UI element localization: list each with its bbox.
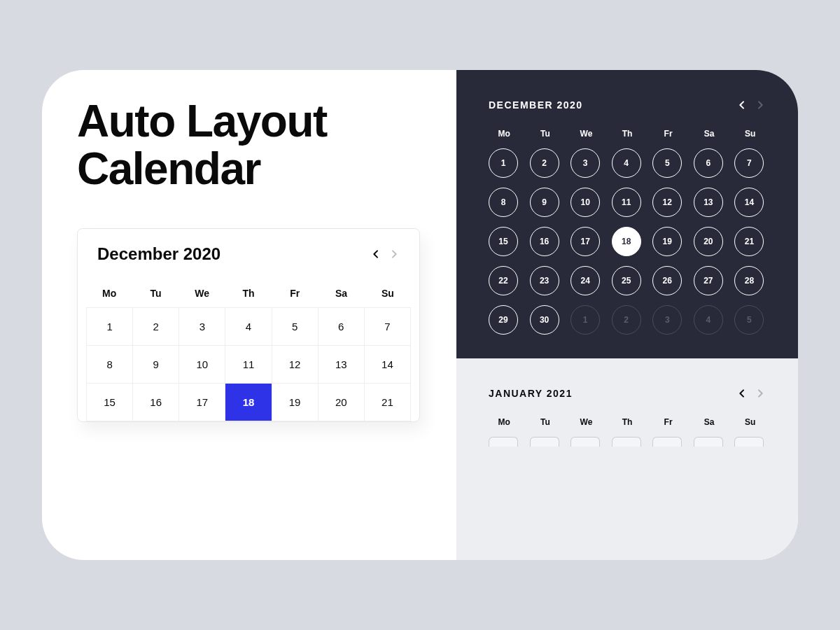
calendar-day[interactable]: 15 bbox=[87, 384, 133, 421]
dow-label: Sa bbox=[694, 417, 725, 427]
calendar-day[interactable]: 20 bbox=[318, 384, 365, 421]
dow-label: Mo bbox=[489, 129, 520, 139]
calendar-day[interactable]: 18 bbox=[225, 384, 272, 421]
dow-label: Fr bbox=[652, 129, 684, 139]
calendar-day[interactable]: 4 bbox=[225, 308, 272, 346]
calendar-day[interactable]: 1 bbox=[87, 308, 133, 346]
calendar-day-other-month[interactable]: 5 bbox=[734, 305, 764, 335]
chevron-right-icon bbox=[755, 99, 766, 111]
calendar-day-other-month[interactable]: 4 bbox=[694, 305, 723, 335]
dow-label: Sa bbox=[318, 288, 364, 299]
calendar-day[interactable]: 3 bbox=[179, 308, 225, 346]
calendar-day[interactable]: 22 bbox=[489, 266, 518, 295]
chevron-left-icon[interactable] bbox=[370, 248, 382, 260]
calendar-day[interactable] bbox=[734, 437, 764, 447]
calendar-day[interactable]: 21 bbox=[734, 227, 764, 256]
calendar-light: December 2020 MoTuWeThFrSaSu 12345678910… bbox=[77, 228, 420, 422]
calendar-light-title: December 2020 bbox=[97, 244, 220, 264]
calendar-dark-nav bbox=[736, 99, 766, 111]
calendar-day[interactable]: 5 bbox=[652, 148, 682, 178]
calendar-day[interactable]: 10 bbox=[570, 188, 600, 217]
calendar-day[interactable]: 2 bbox=[530, 148, 559, 178]
calendar-dark-dow-row: MoTuWeThFrSaSu bbox=[489, 129, 766, 139]
chevron-left-icon[interactable] bbox=[736, 388, 748, 399]
calendar-light-nav bbox=[370, 248, 400, 260]
dow-label: Su bbox=[734, 129, 766, 139]
calendar-day[interactable]: 16 bbox=[530, 227, 559, 256]
calendar-day[interactable]: 23 bbox=[530, 266, 559, 295]
dow-label: Mo bbox=[489, 417, 520, 427]
calendar-day[interactable]: 2 bbox=[133, 308, 179, 346]
calendar-day[interactable] bbox=[530, 437, 559, 447]
calendar-day[interactable]: 4 bbox=[612, 148, 641, 178]
calendar-day[interactable] bbox=[652, 437, 682, 447]
calendar-day[interactable] bbox=[489, 437, 518, 447]
calendar-day[interactable] bbox=[694, 437, 723, 447]
calendar-day[interactable]: 16 bbox=[133, 384, 179, 421]
calendar-day[interactable]: 15 bbox=[489, 227, 518, 256]
calendar-day[interactable]: 14 bbox=[734, 188, 764, 217]
dow-label: We bbox=[570, 129, 602, 139]
calendar-day[interactable]: 14 bbox=[365, 346, 411, 384]
dow-label: We bbox=[570, 417, 602, 427]
calendar-day[interactable]: 10 bbox=[179, 346, 225, 384]
right-column: DECEMBER 2020 MoTuWeThFrSaSu 12345678910… bbox=[456, 70, 798, 560]
calendar-dark: DECEMBER 2020 MoTuWeThFrSaSu 12345678910… bbox=[456, 70, 798, 358]
calendar-day[interactable]: 11 bbox=[225, 346, 272, 384]
dow-label: Su bbox=[734, 417, 766, 427]
calendar-day[interactable]: 8 bbox=[489, 188, 518, 217]
calendar-day[interactable]: 20 bbox=[694, 227, 723, 256]
calendar-day[interactable]: 27 bbox=[694, 266, 723, 295]
calendar-day[interactable]: 9 bbox=[133, 346, 179, 384]
dow-label: Mo bbox=[86, 288, 132, 299]
dow-label: Sa bbox=[694, 129, 725, 139]
page-title: Auto LayoutCalendar bbox=[77, 98, 435, 193]
dow-label: Th bbox=[612, 417, 643, 427]
calendar-day[interactable]: 21 bbox=[365, 384, 411, 421]
calendar-day[interactable]: 28 bbox=[734, 266, 764, 295]
calendar-day[interactable]: 29 bbox=[489, 305, 518, 335]
calendar-day[interactable]: 17 bbox=[179, 384, 225, 421]
calendar-light-header: December 2020 bbox=[78, 229, 419, 276]
calendar-day[interactable] bbox=[570, 437, 600, 447]
calendar-secondary-title: JANUARY 2021 bbox=[489, 388, 573, 399]
calendar-day[interactable]: 6 bbox=[694, 148, 723, 178]
calendar-dark-title: DECEMBER 2020 bbox=[489, 99, 583, 111]
calendar-day[interactable]: 19 bbox=[652, 227, 682, 256]
calendar-day[interactable]: 11 bbox=[612, 188, 641, 217]
calendar-day[interactable]: 12 bbox=[272, 346, 318, 384]
calendar-day[interactable]: 8 bbox=[87, 346, 133, 384]
calendar-day-other-month[interactable]: 1 bbox=[570, 305, 600, 335]
calendar-secondary-header: JANUARY 2021 bbox=[489, 388, 766, 399]
calendar-day[interactable]: 5 bbox=[272, 308, 318, 346]
calendar-day[interactable]: 9 bbox=[530, 188, 559, 217]
dow-label: Th bbox=[225, 288, 272, 299]
calendar-day[interactable]: 24 bbox=[570, 266, 600, 295]
calendar-day[interactable]: 3 bbox=[570, 148, 600, 178]
dow-label: Fr bbox=[272, 288, 318, 299]
dow-label: Th bbox=[612, 129, 643, 139]
calendar-day[interactable]: 1 bbox=[489, 148, 518, 178]
dow-label: Tu bbox=[132, 288, 178, 299]
chevron-left-icon[interactable] bbox=[736, 99, 748, 111]
calendar-day[interactable]: 6 bbox=[318, 308, 365, 346]
calendar-day[interactable]: 7 bbox=[365, 308, 411, 346]
calendar-day[interactable]: 25 bbox=[612, 266, 641, 295]
calendar-day[interactable]: 26 bbox=[652, 266, 682, 295]
calendar-day[interactable]: 12 bbox=[652, 188, 682, 217]
calendar-secondary-grid bbox=[489, 437, 766, 447]
dow-label: We bbox=[179, 288, 225, 299]
calendar-day[interactable] bbox=[612, 437, 641, 447]
calendar-dark-grid: 1234567891011121314151617181920212223242… bbox=[489, 148, 766, 335]
calendar-day-other-month[interactable]: 2 bbox=[612, 305, 641, 335]
calendar-day[interactable]: 30 bbox=[530, 305, 559, 335]
calendar-day[interactable]: 18 bbox=[612, 227, 641, 256]
calendar-day-other-month[interactable]: 3 bbox=[652, 305, 682, 335]
calendar-day[interactable]: 7 bbox=[734, 148, 764, 178]
dow-label: Tu bbox=[530, 417, 561, 427]
calendar-day[interactable]: 19 bbox=[272, 384, 318, 421]
left-column: Auto LayoutCalendar December 2020 MoTuWe… bbox=[42, 70, 456, 560]
calendar-day[interactable]: 13 bbox=[318, 346, 365, 384]
calendar-day[interactable]: 13 bbox=[694, 188, 723, 217]
calendar-day[interactable]: 17 bbox=[570, 227, 600, 256]
